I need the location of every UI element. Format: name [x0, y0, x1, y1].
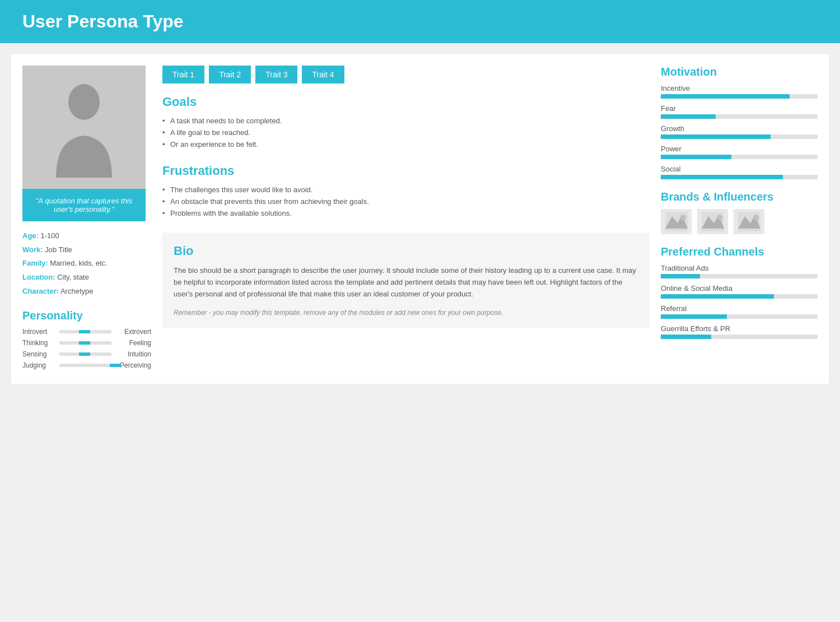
motivation-section: Motivation Incentive Fear Growth: [661, 66, 818, 179]
bio-text: The bio should be a short paragraph to d…: [174, 265, 638, 300]
trait-2-button[interactable]: Trait 2: [209, 66, 251, 83]
age-value: 1-100: [41, 231, 59, 240]
trait-4-button[interactable]: Trait 4: [302, 66, 344, 83]
p-label-introvert: Introvert: [22, 328, 56, 336]
bio-note: Remember - you may modify this template,…: [174, 309, 638, 317]
motivation-bar-fill-social: [661, 175, 783, 179]
motivation-bar-bg-social: [661, 175, 818, 179]
motivation-row-power: Power: [661, 145, 818, 159]
personality-row-sensing: Sensing Intuition: [22, 350, 151, 358]
motivation-bar-bg-incentive: [661, 94, 818, 99]
motivation-label-growth: Growth: [661, 124, 818, 133]
motivation-row-incentive: Incentive: [661, 84, 818, 99]
location-value: City, state: [57, 273, 89, 281]
brand-3: [734, 209, 764, 234]
goals-title: Goals: [162, 95, 650, 109]
motivation-bar-fill-growth: [661, 134, 771, 139]
motivation-bar-bg-fear: [661, 114, 818, 119]
personality-row-thinking: Thinking Feeling: [22, 339, 151, 347]
frustration-item-1: The challenges this user would like to a…: [162, 184, 650, 196]
quote-box: "A quotation that captures this user's p…: [22, 189, 146, 221]
age-label: Age:: [22, 231, 39, 240]
motivation-row-social: Social: [661, 165, 818, 179]
personality-row-introvert: Introvert Extrovert: [22, 328, 151, 336]
work-label: Work:: [22, 245, 43, 254]
channels-section: Preferred Channels Traditional Ads Onlin…: [661, 245, 818, 339]
quote-text: "A quotation that captures this user's p…: [36, 197, 133, 213]
traits-row: Trait 1 Trait 2 Trait 3 Trait 4: [162, 66, 650, 83]
p-label-sensing: Sensing: [22, 350, 56, 358]
left-column: "A quotation that captures this user's p…: [22, 66, 151, 373]
channel-bar-bg-traditional: [661, 274, 818, 278]
work-value: Job Title: [45, 245, 72, 254]
motivation-bar-fill-incentive: [661, 94, 790, 99]
channel-row-referral: Referral: [661, 304, 818, 319]
brands-title: Brands & Influencers: [661, 191, 818, 203]
channel-label-referral: Referral: [661, 304, 818, 313]
motivation-label-social: Social: [661, 165, 818, 173]
p-bar-sensing: [59, 352, 111, 356]
channel-label-guerrilla: Guerrilla Efforts & PR: [661, 324, 818, 333]
personality-title: Personality: [22, 309, 151, 322]
motivation-title: Motivation: [661, 66, 818, 78]
frustrations-section: Frustrations The challenges this user wo…: [162, 164, 650, 219]
motivation-bar-bg-power: [661, 155, 818, 159]
frustrations-list: The challenges this user would like to a…: [162, 184, 650, 219]
p-label-judging: Judging: [22, 361, 56, 369]
motivation-row-growth: Growth: [661, 124, 818, 139]
location-label: Location:: [22, 273, 55, 281]
motivation-bar-fill-power: [661, 155, 731, 159]
goal-item-3: Or an experience to be felt.: [162, 138, 650, 150]
frustration-item-2: An obstacle that prevents this user from…: [162, 196, 650, 207]
bio-title: Bio: [174, 244, 638, 258]
motivation-row-fear: Fear: [661, 104, 818, 119]
p-label-feeling: Feeling: [115, 339, 151, 347]
motivation-bar-bg-growth: [661, 134, 818, 139]
channel-bar-fill-online: [661, 294, 774, 299]
brand-1: [661, 209, 692, 234]
p-label-intuition: Intuition: [115, 350, 151, 358]
goal-item-2: A life goal to be reached.: [162, 127, 650, 138]
motivation-label-incentive: Incentive: [661, 84, 818, 92]
p-bar-thinking: [59, 341, 111, 345]
channel-row-traditional: Traditional Ads: [661, 264, 818, 278]
page-title: User Persona Type: [22, 11, 818, 32]
channels-title: Preferred Channels: [661, 245, 818, 258]
character-label: Character:: [22, 287, 59, 295]
user-info: Age: 1-100 Work: Job Title Family: Marri…: [22, 229, 151, 298]
goals-list: A task that needs to be completed. A lif…: [162, 115, 650, 150]
channel-bar-fill-traditional: [661, 274, 700, 278]
brand-2: [697, 209, 728, 234]
motivation-bar-fill-fear: [661, 114, 716, 119]
right-column: Motivation Incentive Fear Growth: [661, 66, 818, 373]
trait-3-button[interactable]: Trait 3: [255, 66, 297, 83]
middle-column: Trait 1 Trait 2 Trait 3 Trait 4 Goals A …: [162, 66, 650, 373]
bio-section: Bio The bio should be a short paragraph …: [162, 233, 650, 328]
channel-bar-bg-guerrilla: [661, 335, 818, 339]
channel-row-online: Online & Social Media: [661, 284, 818, 299]
brands-grid: [661, 209, 818, 234]
trait-1-button[interactable]: Trait 1: [162, 66, 204, 83]
frustration-item-3: Problems with the available solutions.: [162, 207, 650, 219]
svg-point-9: [753, 215, 759, 220]
svg-point-3: [680, 215, 686, 220]
goals-section: Goals A task that needs to be completed.…: [162, 95, 650, 150]
header: User Persona Type: [0, 0, 840, 43]
channel-bar-fill-referral: [661, 314, 727, 319]
channel-bar-fill-guerrilla: [661, 335, 711, 339]
channel-bar-bg-referral: [661, 314, 818, 319]
family-value: Married, kids, etc.: [50, 259, 108, 267]
motivation-label-power: Power: [661, 145, 818, 153]
frustrations-title: Frustrations: [162, 164, 650, 178]
avatar: [22, 66, 146, 189]
motivation-label-fear: Fear: [661, 104, 818, 113]
goal-item-1: A task that needs to be completed.: [162, 115, 650, 127]
brands-section: Brands & Influencers: [661, 191, 818, 234]
family-label: Family:: [22, 259, 48, 267]
personality-row-judging: Judging Perceiving: [22, 361, 151, 369]
p-label-extrovert: Extrovert: [115, 328, 151, 336]
character-value: Archetype: [60, 287, 94, 295]
channel-row-guerrilla: Guerrilla Efforts & PR: [661, 324, 818, 339]
personality-section: Personality Introvert Extrovert Thinking…: [22, 309, 151, 369]
p-bar-judging: [59, 364, 111, 367]
